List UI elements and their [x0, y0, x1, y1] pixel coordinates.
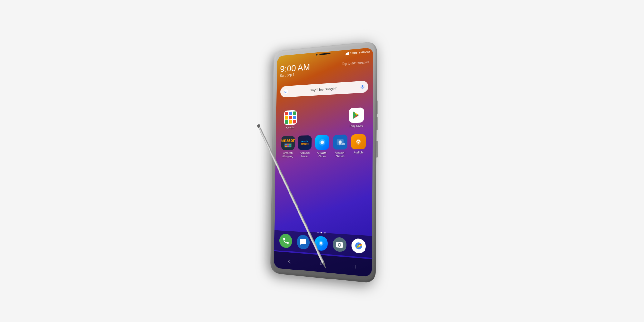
- svg-point-13: [339, 244, 341, 246]
- app-label-google: Google: [286, 126, 294, 129]
- app-row-2: amazon Amazon Shopping: [279, 134, 368, 158]
- amazon-photos-icon: photos: [333, 134, 347, 149]
- google-logo-icon: G: [283, 89, 289, 94]
- volume-up-button[interactable]: [377, 101, 378, 114]
- dock-icon-messages[interactable]: [297, 235, 310, 250]
- status-bar-right: 100% 9:00 AM: [345, 50, 370, 55]
- search-placeholder: Say "Hey Google": [291, 85, 357, 93]
- volume-down-button[interactable]: [377, 117, 378, 130]
- app-icon-play-store[interactable]: Play Store: [348, 107, 365, 128]
- amazon-music-icon: music amazon: [298, 135, 312, 150]
- app-icon-amazon-alexa[interactable]: Amazon Alexa: [314, 135, 331, 158]
- app-icon-audible[interactable]: Audible: [350, 134, 367, 158]
- app-label-amazon-alexa: Amazon Alexa: [314, 151, 331, 158]
- svg-rect-3: [362, 85, 363, 88]
- app-icon-amazon-photos[interactable]: photos Amazon Photos: [331, 134, 349, 158]
- app-icon-amazon-music[interactable]: music amazon Amazon Music: [297, 135, 313, 158]
- phone-body: 100% 9:00 AM 9:00 AM Sun, Sep 1 Tap to a…: [270, 41, 377, 284]
- play-store-icon: [349, 107, 364, 123]
- signal-icon: [345, 52, 349, 55]
- weather-widget[interactable]: Tap to add weather: [342, 60, 369, 66]
- amazon-shopping-icon: amazon: [281, 136, 295, 150]
- app-row-1: Google: [280, 107, 368, 130]
- app-label-amazon-photos: Amazon Photos: [331, 151, 348, 158]
- app-label-amazon-music: Amazon Music: [297, 151, 313, 158]
- app-label-play-store: Play Store: [350, 124, 363, 128]
- battery-indicator: 100%: [350, 51, 357, 55]
- app-icon-google-folder[interactable]: Google: [282, 110, 298, 129]
- power-button[interactable]: [376, 141, 378, 157]
- google-search-bar[interactable]: G Say "Hey Google": [280, 81, 368, 98]
- app-grid: Google: [279, 107, 368, 165]
- svg-text:photos: photos: [339, 143, 345, 146]
- clock-time: 9:00 AM: [280, 62, 310, 73]
- phone-screen: 100% 9:00 AM 9:00 AM Sun, Sep 1 Tap to a…: [274, 47, 373, 277]
- microphone-icon[interactable]: [360, 84, 365, 90]
- audible-icon: [351, 134, 366, 149]
- recents-button[interactable]: □: [353, 263, 356, 270]
- status-time: 9:00 AM: [359, 50, 370, 54]
- dock-icon-chrome[interactable]: [352, 238, 366, 254]
- clock-widget[interactable]: 9:00 AM Sun, Sep 1: [280, 62, 310, 78]
- app-label-amazon-shopping: Amazon Shopping: [280, 151, 296, 158]
- back-button[interactable]: ◁: [288, 258, 291, 264]
- phone-wrapper: 100% 9:00 AM 9:00 AM Sun, Sep 1 Tap to a…: [270, 41, 377, 284]
- google-folder-icon: [284, 110, 297, 125]
- dock-icon-camera[interactable]: [333, 237, 347, 252]
- amazon-alexa-icon: [315, 135, 329, 150]
- svg-text:G: G: [284, 90, 287, 93]
- scene: 100% 9:00 AM 9:00 AM Sun, Sep 1 Tap to a…: [0, 0, 644, 322]
- dock-icon-phone[interactable]: [279, 233, 292, 248]
- app-icon-amazon-shopping[interactable]: amazon Amazon Shopping: [280, 136, 296, 158]
- weather-prompt: Tap to add weather: [342, 60, 369, 66]
- app-label-audible: Audible: [354, 151, 363, 154]
